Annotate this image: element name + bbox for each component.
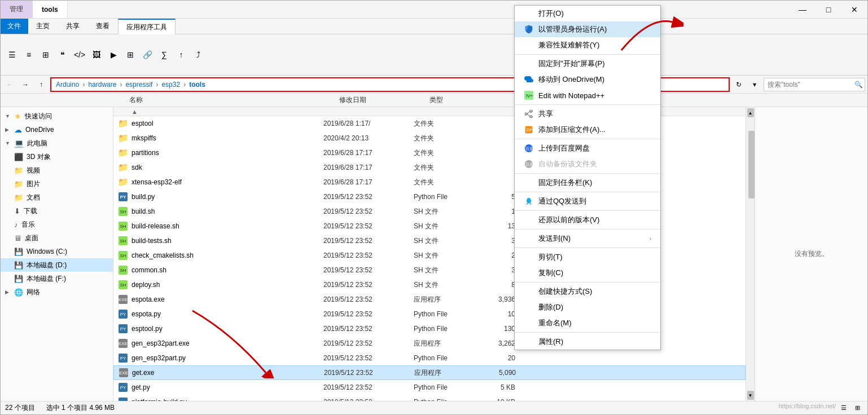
ctx-create-shortcut[interactable]: 创建快捷方式(S): [515, 284, 660, 299]
file-date-getexe: 2019/5/12 23:52: [324, 369, 414, 377]
ctx-cut[interactable]: 剪切(T): [515, 249, 660, 265]
ctx-qq-icon: [524, 196, 534, 206]
maximize-button[interactable]: □: [816, 1, 841, 19]
ctx-copy[interactable]: 复制(C): [515, 265, 660, 281]
ctx-notepadpp[interactable]: N++ Edit with Notepad++: [515, 87, 660, 103]
ctx-send-to[interactable]: 发送到(N) ›: [515, 231, 660, 246]
ctx-open-icon: [524, 8, 534, 19]
scroll-track: [747, 120, 754, 388]
ctx-share[interactable]: 共享: [515, 106, 660, 122]
ctx-onedrive[interactable]: 移动到 OneDrive(M): [515, 72, 660, 87]
ribbon-icon-table[interactable]: ⊞: [124, 48, 137, 61]
ribbon-icon-list2[interactable]: ≡: [22, 48, 36, 61]
ctx-delete[interactable]: 删除(D): [515, 299, 660, 315]
ctx-baidu-upload[interactable]: 百度 上传到百度网盘: [515, 140, 660, 156]
ribbon-tab-share[interactable]: 共享: [58, 19, 88, 34]
ribbon-icon-formula[interactable]: ∑: [157, 48, 171, 61]
file-date-mkspiffs: 2020/4/2 20:13: [323, 134, 414, 142]
col-name-header[interactable]: 名称: [125, 95, 339, 105]
refresh-button[interactable]: ↻: [732, 78, 746, 91]
breadcrumb-hardware[interactable]: hardware: [88, 81, 116, 89]
col-type-header[interactable]: 类型: [429, 95, 497, 105]
sidebar-item-3dobjects[interactable]: ⬛ 3D 对象: [1, 150, 113, 164]
sidebar-item-disk-d[interactable]: 💾 本地磁盘 (D:): [1, 258, 113, 272]
search-box: 🔍: [764, 78, 865, 91]
sidebar-item-documents[interactable]: 📁 文档: [1, 191, 113, 204]
file-row-genesp32py[interactable]: PY gen_esp32part.py 2019/5/12 23:52 Pyth…: [113, 351, 746, 365]
scroll-up-arrow[interactable]: ▲: [747, 108, 754, 117]
ribbon-icon-upload[interactable]: ↑: [174, 48, 188, 61]
ribbon-icon-grid[interactable]: ⊞: [39, 48, 52, 61]
ribbon-icon-share2[interactable]: ⤴: [191, 48, 205, 61]
ctx-baidu-backup[interactable]: 百度 自动备份该文件夹: [515, 156, 660, 172]
col-date-header[interactable]: 修改日期: [339, 95, 429, 105]
dropdown-button[interactable]: ▾: [748, 78, 761, 91]
ribbon-icon-code[interactable]: </>: [73, 48, 86, 61]
breadcrumb-esp32[interactable]: esp32: [161, 81, 180, 89]
close-button[interactable]: ✕: [841, 1, 867, 19]
up-button[interactable]: ↑: [34, 78, 48, 91]
folder-icon-sdk: 📁: [118, 162, 128, 173]
file-type-espotaexe: 应用程序: [414, 295, 481, 304]
file-row-getpy[interactable]: PY get.py 2019/5/12 23:52 Python File 5 …: [113, 380, 746, 395]
tab-tools[interactable]: tools: [33, 1, 68, 18]
ribbon-tab-home[interactable]: 主页: [28, 19, 58, 34]
sh-icon-checkcmake: SH: [118, 250, 128, 261]
ribbon-tab-file[interactable]: 文件: [1, 19, 28, 34]
view-list-icon[interactable]: ☰: [838, 403, 849, 414]
file-name-genesp32exe: gen_esp32part.exe: [131, 339, 323, 347]
breadcrumb-arduino[interactable]: Arduino: [56, 81, 79, 89]
forward-button[interactable]: →: [19, 78, 32, 91]
scrollbar[interactable]: ▲ ▼: [746, 107, 755, 401]
sidebar-item-desktop[interactable]: 🖥 桌面: [1, 231, 113, 245]
file-row-platformiopy[interactable]: PY platformio-build.py 2019/5/12 23:52 P…: [113, 395, 746, 401]
ribbon-tab-apptools[interactable]: 应用程序工具: [118, 19, 176, 34]
sort-name[interactable]: ▲: [118, 108, 310, 115]
sidebar-item-onedrive[interactable]: ▶ ☁ OneDrive: [1, 123, 113, 136]
file-type-esptool: 文件夹: [414, 119, 481, 129]
exe-icon-get: EXE: [119, 368, 129, 378]
view-grid-icon[interactable]: ⊞: [852, 403, 863, 414]
ribbon-icon-link[interactable]: 🔗: [141, 48, 154, 61]
ctx-pin-start[interactable]: 固定到"开始"屏幕(P): [515, 56, 660, 72]
scroll-thumb[interactable]: [748, 131, 755, 198]
sidebar-item-videos[interactable]: 📁 视频: [1, 164, 113, 177]
sidebar-item-windows-c[interactable]: 💾 Windows (C:): [1, 245, 113, 258]
ctx-properties[interactable]: 属性(R): [515, 334, 660, 350]
ribbon-icon-quote[interactable]: ❝: [56, 48, 69, 61]
sidebar-item-downloads[interactable]: ⬇ 下载: [1, 204, 113, 218]
sidebar-item-network[interactable]: ▶ 🌐 网络: [1, 285, 113, 299]
sidebar-item-quickaccess[interactable]: ▼ ★ 快速访问: [1, 109, 113, 123]
ctx-sep-3: [515, 139, 660, 139]
sidebar-item-disk-f[interactable]: 💾 本地磁盘 (F:): [1, 272, 113, 285]
search-input[interactable]: [768, 81, 852, 89]
sidebar-item-thispc[interactable]: ▼ 💻 此电脑: [1, 136, 113, 150]
ctx-run-as-admin[interactable]: 以管理员身份运行(A): [515, 21, 660, 37]
ribbon-tab-view[interactable]: 查看: [88, 19, 118, 34]
breadcrumb-tools[interactable]: tools: [189, 81, 205, 89]
ctx-qq-send[interactable]: 通过QQ发送到: [515, 193, 660, 209]
ctx-rename[interactable]: 重命名(M): [515, 315, 660, 331]
breadcrumb-espressif[interactable]: espressif: [125, 81, 152, 89]
file-date-partitions: 2019/6/28 17:17: [323, 149, 414, 157]
minimize-button[interactable]: —: [790, 1, 816, 19]
ctx-compat[interactable]: 兼容性疑难解答(Y): [515, 37, 660, 53]
ctx-zip[interactable]: ZIP 添加到压缩文件(A)...: [515, 122, 660, 138]
ribbon-icon-image[interactable]: 🖼: [90, 48, 103, 61]
back-button[interactable]: ←: [3, 78, 16, 91]
scroll-down-arrow[interactable]: ▼: [747, 391, 754, 400]
search-icon[interactable]: 🔍: [854, 81, 863, 89]
ctx-open[interactable]: 打开(O): [515, 6, 660, 21]
file-name-getpy: get.py: [131, 383, 323, 391]
ribbon-icon-media[interactable]: ▶: [107, 48, 120, 61]
sidebar-item-pictures[interactable]: 📁 图片: [1, 177, 113, 191]
ribbon-icon-list[interactable]: ☰: [5, 48, 19, 61]
file-row-getexe[interactable]: EXE get.exe 2019/5/12 23:52 应用程序 5,090: [113, 365, 746, 380]
ctx-restore-version[interactable]: 还原以前的版本(V): [515, 212, 660, 228]
folder-icon: 📁: [118, 118, 128, 129]
ctx-pin-taskbar[interactable]: 固定到任务栏(K): [515, 175, 660, 191]
tab-manage[interactable]: 管理: [1, 1, 33, 18]
file-date-buildpy: 2019/5/12 23:52: [323, 193, 414, 201]
sidebar-item-music[interactable]: ♪ 音乐: [1, 218, 113, 231]
file-type-xtensa: 文件夹: [414, 178, 481, 187]
